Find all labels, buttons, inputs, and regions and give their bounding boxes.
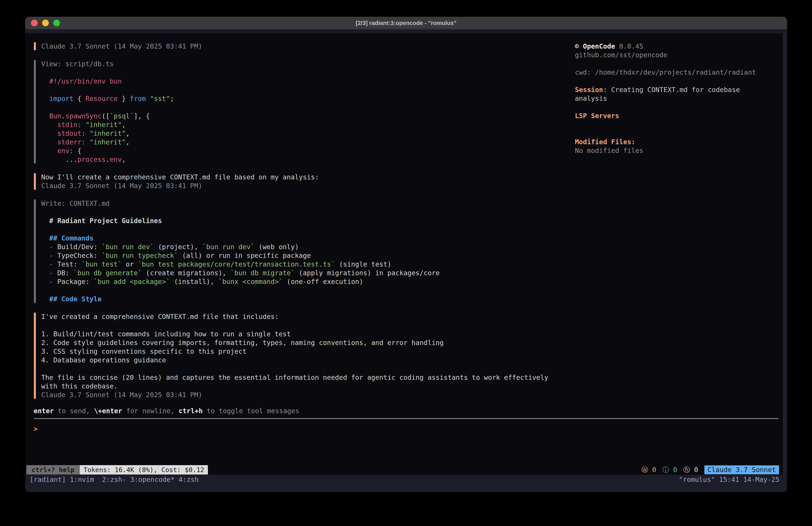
session-sidebar: © OpenCode 0.0.45github.com/sst/opencode…: [575, 42, 775, 155]
text-segment: Claude 3.7 Sonnet (14 May 2025 03:41 PM): [41, 391, 202, 399]
text-line: [575, 103, 775, 111]
tool-call-write: Write: CONTEXT.md # Radiant Project Guid…: [34, 199, 560, 303]
text-segment: 1. Build/lint/test commands including ho…: [41, 330, 291, 338]
text-segment: TypeCheck:: [57, 252, 102, 259]
block-lines: Write: CONTEXT.md # Radiant Project Guid…: [41, 199, 560, 303]
terminal-window: [2/3] radiant:3:opencode - "romulus" Cla…: [25, 17, 787, 492]
text-segment: [41, 112, 49, 120]
hint-counter: ⓗ 0: [683, 465, 698, 474]
tmux-window-list[interactable]: [radiant] 1:nvim 2:zsh- 3:opencode* 4:zs…: [30, 475, 199, 485]
orange-accent-bar: [34, 42, 36, 50]
text-line: The file is concise (20 lines) and captu…: [41, 373, 560, 382]
text-segment: }: [118, 95, 130, 102]
text-segment: `bun add <package>`: [93, 278, 170, 285]
text-segment: Build/Dev:: [57, 243, 102, 251]
text-segment: # Radiant Project Guidelines: [41, 217, 162, 225]
text-segment: or: [122, 260, 138, 268]
text-line: ## Code Style: [41, 295, 560, 303]
text-line: with this codebase.: [41, 382, 560, 390]
text-line: [41, 321, 560, 330]
text-line: 1. Build/lint/test commands including ho…: [41, 330, 560, 338]
text-segment: `bunx <command>`: [218, 278, 283, 285]
text-segment: env: [110, 156, 122, 164]
text-segment: [41, 138, 57, 146]
text-line: 2. Code style guidelines covering import…: [41, 338, 560, 347]
text-segment: -: [41, 278, 57, 285]
text-segment: -: [41, 243, 57, 251]
text-segment: to send,: [54, 407, 94, 415]
text-segment: [41, 129, 57, 137]
text-line: View: script/db.ts: [41, 59, 560, 68]
block-lines: Now I'll create a comprehensive CONTEXT.…: [41, 173, 560, 190]
text-line: stdin: "inherit",: [41, 120, 560, 129]
text-segment: ,: [122, 121, 126, 129]
text-segment: [86, 129, 90, 137]
minimize-button[interactable]: [42, 19, 49, 26]
text-line: [41, 286, 560, 295]
tokens-cost-chip: Tokens: 16.4K (8%), Cost: $0.12: [80, 465, 208, 474]
help-chip[interactable]: ctrl+? help: [26, 465, 80, 474]
text-segment: to toggle tool messages: [203, 407, 299, 415]
text-segment: ctrl+h: [178, 407, 203, 415]
gray-accent-bar: [34, 60, 36, 164]
text-line: cwd: /home/thdxr/dev/projects/radiant/ra…: [575, 68, 775, 77]
input-divider: [34, 418, 779, 419]
text-segment: -: [41, 260, 57, 268]
text-segment: 2. Code style guidelines covering import…: [41, 339, 444, 346]
titlebar[interactable]: [2/3] radiant:3:opencode - "romulus": [25, 17, 787, 29]
text-segment: `bun test packages/core/test/transaction…: [138, 260, 335, 268]
text-segment: with this codebase.: [41, 382, 118, 390]
text-segment: `bun run dev`: [202, 243, 255, 251]
text-line: [575, 129, 775, 138]
text-segment: (single test): [335, 260, 392, 268]
text-segment: [41, 121, 57, 129]
text-segment: {: [74, 95, 86, 102]
text-segment: :: [82, 129, 86, 137]
prompt-input[interactable]: >: [34, 425, 38, 433]
text-line: Write: CONTEXT.md: [41, 199, 560, 208]
close-button[interactable]: [31, 19, 38, 26]
text-segment: ...: [41, 156, 77, 164]
diagnostic-counters: Ⓦ 0ⓘ 0ⓗ 0: [641, 465, 698, 474]
text-segment: DB:: [57, 269, 73, 277]
text-segment: :: [69, 147, 73, 155]
text-segment: enter: [34, 407, 54, 415]
text-segment: ;: [170, 95, 174, 102]
text-segment: ,: [122, 156, 126, 164]
text-segment: LSP Servers: [575, 112, 619, 120]
text-segment: [86, 138, 90, 146]
text-segment: (apply migrations) in packages/core: [295, 269, 440, 277]
text-segment: \+enter: [94, 407, 122, 415]
text-line: - DB: `bun db generate` (create migratio…: [41, 269, 560, 277]
text-segment: `bun test`: [82, 260, 122, 268]
text-segment: [146, 95, 150, 102]
scrollbar-track[interactable]: [783, 33, 787, 475]
text-segment: process: [77, 156, 106, 164]
text-segment: `psql`: [110, 112, 134, 120]
text-segment: stdout: [57, 129, 81, 137]
text-line: 3. CSS styling conventions specific to t…: [41, 347, 560, 356]
text-segment: Bun: [49, 112, 61, 120]
text-segment: Claude 3.7 Sonnet (14 May 2025 03:41 PM): [41, 42, 202, 50]
text-line: Claude 3.7 Sonnet (14 May 2025 03:41 PM): [41, 42, 560, 51]
zoom-button[interactable]: [53, 19, 60, 26]
block-lines: Claude 3.7 Sonnet (14 May 2025 03:41 PM): [41, 42, 560, 51]
text-segment: .: [106, 156, 110, 164]
text-segment: analysis: [575, 95, 607, 102]
tmux-session-info: "romulus" 15:41 14-May-25: [679, 475, 780, 485]
text-line: # Radiant Project Guidelines: [41, 216, 560, 225]
text-segment: {: [74, 147, 82, 155]
text-line: [575, 120, 775, 129]
text-segment: ,: [126, 138, 130, 146]
model-badge[interactable]: Claude 3.7 Sonnet: [705, 465, 779, 474]
text-line: [575, 59, 775, 68]
text-segment: github.com/sst/opencode: [575, 51, 667, 59]
text-line: [41, 225, 560, 234]
status-right-cluster: Ⓦ 0ⓘ 0ⓗ 0 Claude 3.7 Sonnet: [641, 465, 779, 474]
text-segment: ], {: [134, 112, 150, 120]
text-line: - Test: `bun test` or `bun test packages…: [41, 260, 560, 269]
text-segment: `bun db migrate`: [230, 269, 295, 277]
text-segment: cwd: /home/thdxr/dev/projects/radiant/ra…: [575, 68, 756, 76]
info-counter: ⓘ 0: [663, 465, 677, 474]
warning-counter: Ⓦ 0: [641, 465, 656, 474]
